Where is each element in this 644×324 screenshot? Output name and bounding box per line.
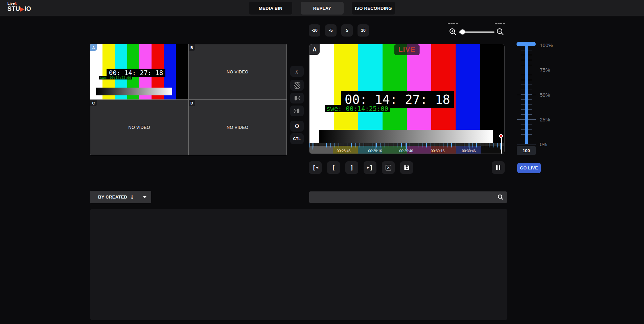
mark-out-button[interactable]: ] <box>345 161 358 174</box>
timeline-labels: 00:28:4600:29:1600:29:4600:30:1600:30:46 <box>309 143 505 154</box>
search-input[interactable] <box>313 191 495 203</box>
replay-preview-player: A LIVE 00: 14: 27: 18 swe: 00:14:25:00 0… <box>309 44 505 154</box>
goto-in-icon: [ <box>312 165 316 171</box>
timeline-time-label: 00:30:46 <box>462 149 476 153</box>
sort-direction-arrow-icon: ↓ <box>130 194 134 200</box>
save-clip-button[interactable] <box>400 161 413 174</box>
source-timecode-overlay: swe: 00:14:25:00 <box>325 105 390 112</box>
left-triangle-icon: ◀ <box>316 166 318 169</box>
replay-clip-bin-panel[interactable] <box>90 209 507 320</box>
enter-left-icon <box>294 108 300 114</box>
pause-button[interactable] <box>492 161 505 174</box>
logo-line2-end: IO <box>24 5 31 12</box>
goto-out-point-button[interactable]: ▶] <box>364 161 376 174</box>
discard-selection-button[interactable]: × <box>382 161 395 174</box>
audio-fader-handle[interactable] <box>516 42 536 46</box>
cell-badge-c: C <box>90 100 97 106</box>
cell-badge-d: D <box>189 100 195 106</box>
tab-iso-recording[interactable]: ISO RECORDING <box>352 2 395 15</box>
ctl-button[interactable]: CTL <box>290 133 304 144</box>
mark-in-icon: [ <box>332 165 336 171</box>
chevron-down-icon <box>143 196 146 198</box>
colorbar <box>176 44 188 99</box>
logo-line1-accent: U <box>15 1 18 5</box>
sort-label: BY CREATED <box>98 194 127 200</box>
no-video-label: NO VIDEO <box>189 100 287 155</box>
settings-button[interactable]: ⚙ <box>290 121 304 132</box>
liveu-studio-logo: LiveU STU▶IO <box>7 2 31 12</box>
cut-clip-button[interactable]: ✂ <box>290 66 304 77</box>
go-live-button[interactable]: GO LIVE <box>517 163 541 173</box>
playhead[interactable] <box>501 134 502 154</box>
jump-back-10-button[interactable]: -10 <box>309 24 320 37</box>
multiview-cell-c[interactable]: C NO VIDEO <box>90 100 188 155</box>
goto-in-point-button[interactable]: [◀ <box>309 161 322 174</box>
logo-line1: Live <box>7 1 15 5</box>
fader-label-25: 25% <box>540 117 560 122</box>
multiview-cell-b[interactable]: B NO VIDEO <box>189 44 287 99</box>
search-icon[interactable] <box>497 194 504 200</box>
multiview-cell-d[interactable]: D NO VIDEO <box>189 100 287 155</box>
timeline-zoom-knob[interactable] <box>460 29 465 34</box>
x-box-icon: × <box>386 165 391 170</box>
live-badge: LIVE <box>394 44 420 55</box>
fader-value: 100 <box>517 146 536 155</box>
timeline-time-label: 00:29:16 <box>368 149 382 153</box>
fader-label-0: 0% <box>540 141 560 147</box>
top-bar: LiveU STU▶IO MEDIA BIN REPLAY ISO RECORD… <box>0 0 644 16</box>
right-triangle-icon: ▶ <box>367 166 369 169</box>
no-video-label: NO VIDEO <box>90 100 188 155</box>
tab-media-bin[interactable]: MEDIA BIN <box>249 2 292 15</box>
magnifier-minus-icon <box>496 28 504 36</box>
grayscale-ramp <box>96 88 172 95</box>
sort-by-created-dropdown[interactable]: BY CREATED ↓ <box>90 191 151 203</box>
clip-out-right-button[interactable] <box>290 93 304 103</box>
no-video-label: NO VIDEO <box>189 44 287 99</box>
magnifier-plus-icon <box>449 28 457 36</box>
cell-badge-a: A <box>90 44 97 51</box>
fader-label-100: 100% <box>540 42 560 48</box>
jump-back-5-button[interactable]: -5 <box>325 24 337 37</box>
preview-monitor-label: A <box>309 44 320 55</box>
x-glyph: × <box>387 165 390 170</box>
mark-in-button[interactable]: [ <box>327 161 340 174</box>
logo-play-icon: ▶ <box>20 6 25 12</box>
timeline-time-label: 00:29:46 <box>399 149 413 153</box>
jump-forward-5-button[interactable]: 5 <box>341 24 353 37</box>
search-bar <box>309 191 507 203</box>
audio-fader-track[interactable] <box>525 43 528 144</box>
logo-line2: STU <box>7 5 20 12</box>
fader-label-50: 50% <box>540 92 560 98</box>
replay-timeline[interactable]: 00:28:4600:29:1600:29:4600:30:1600:30:46 <box>309 143 505 154</box>
fader-label-75: 75% <box>540 67 560 73</box>
gear-icon: ⚙ <box>294 123 299 130</box>
pause-icon <box>496 165 500 170</box>
goto-out-icon: ] <box>369 165 373 171</box>
multiview-cell-a[interactable]: 00: 14: 27: 18 swe: 00:14:25:00 A <box>90 44 188 99</box>
zoom-out-dashes <box>495 23 505 24</box>
zoom-in-dashes <box>448 23 458 24</box>
grayscale-ramp <box>319 130 493 144</box>
jump-forward-10-button[interactable]: 10 <box>358 24 369 37</box>
scissors-icon: ✂ <box>294 69 300 73</box>
striped-square-icon <box>294 82 300 89</box>
clip-in-left-button[interactable] <box>290 106 304 116</box>
pattern-fill-button[interactable] <box>290 80 304 91</box>
source-timecode-overlay: swe: 00:14:25:00 <box>99 76 132 79</box>
cell-badge-b: B <box>189 44 195 51</box>
multiview-grid: 00: 14: 27: 18 swe: 00:14:25:00 A B NO V… <box>90 44 287 155</box>
zoom-out-button[interactable] <box>496 28 504 36</box>
tab-replay[interactable]: REPLAY <box>301 2 344 15</box>
save-icon <box>404 164 410 171</box>
exit-right-icon <box>294 95 300 101</box>
ctl-label: CTL <box>293 137 301 141</box>
timeline-time-label: 00:28:46 <box>337 149 351 153</box>
mark-out-icon: ] <box>350 165 354 171</box>
zoom-in-button[interactable] <box>449 28 457 36</box>
timeline-time-label: 00:30:16 <box>431 149 445 153</box>
playhead-stem <box>501 138 502 154</box>
